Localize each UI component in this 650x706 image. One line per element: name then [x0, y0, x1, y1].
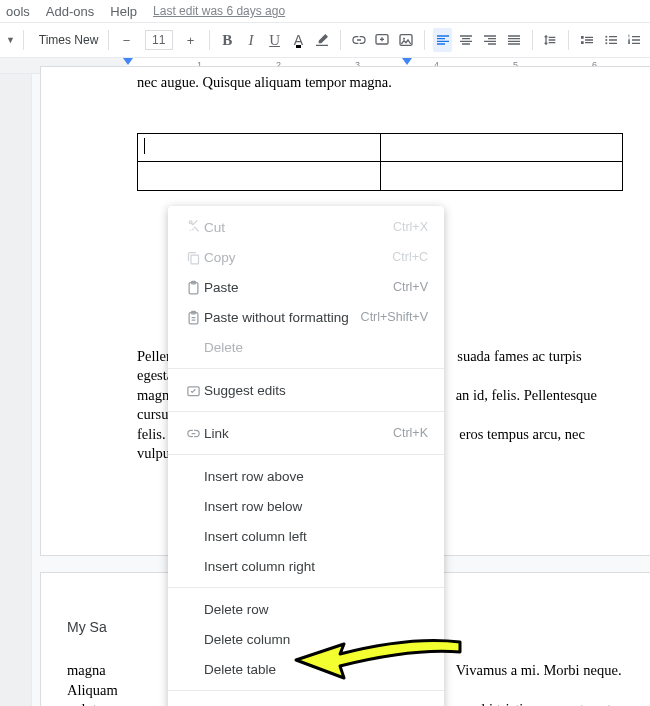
menu-item-paste[interactable]: Paste Ctrl+V [168, 272, 444, 302]
underline-button[interactable]: U [265, 28, 285, 52]
link-icon [182, 426, 204, 441]
menu-label: Delete [204, 340, 428, 355]
menu-separator [168, 690, 444, 691]
text-color-button[interactable]: A [288, 28, 308, 52]
separator [340, 30, 341, 50]
separator [108, 30, 109, 50]
menu-label: Paste [204, 280, 393, 295]
menu-shortcut: Ctrl+Shift+V [361, 310, 428, 324]
svg-point-5 [605, 36, 607, 38]
table-cell[interactable] [381, 162, 623, 190]
first-line-indent-marker[interactable] [123, 58, 133, 65]
menu-bar: ools Add-ons Help Last edit was 6 days a… [0, 0, 650, 22]
font-size-increase[interactable]: + [181, 28, 201, 52]
menu-item-delete-column[interactable]: Delete column [168, 624, 444, 654]
styles-dropdown[interactable]: ▼ [6, 35, 15, 45]
last-edit-status[interactable]: Last edit was 6 days ago [153, 4, 285, 18]
menu-item-copy[interactable]: Copy Ctrl+C [168, 242, 444, 272]
menu-item-delete[interactable]: Delete [168, 332, 444, 362]
table-cell[interactable] [138, 162, 381, 190]
menu-label: Link [204, 426, 393, 441]
separator [532, 30, 533, 50]
menu-addons[interactable]: Add-ons [46, 4, 94, 19]
menu-separator [168, 454, 444, 455]
menu-item-insert-column-left[interactable]: Insert column left [168, 521, 444, 551]
insert-image-button[interactable] [396, 28, 416, 52]
separator [209, 30, 210, 50]
menu-item-insert-row-above[interactable]: Insert row above [168, 461, 444, 491]
document-canvas[interactable]: nec augue. Quisque aliquam tempor magna.… [0, 74, 650, 706]
menu-label: Paste without formatting [204, 310, 361, 325]
bold-button[interactable]: B [217, 28, 237, 52]
table-cell[interactable] [138, 134, 381, 161]
menu-separator [168, 368, 444, 369]
suggest-icon [182, 383, 204, 398]
menu-shortcut: Ctrl+K [393, 426, 428, 440]
svg-point-4 [403, 38, 405, 40]
menu-item-suggest-edits[interactable]: Suggest edits [168, 375, 444, 405]
menu-shortcut: Ctrl+C [392, 250, 428, 264]
font-size-decrease[interactable]: − [117, 28, 137, 52]
table-cell[interactable] [381, 134, 623, 161]
menu-help[interactable]: Help [110, 4, 137, 19]
separator [23, 30, 24, 50]
menu-item-distribute-rows[interactable]: Distribute rows [168, 697, 444, 706]
separator [424, 30, 425, 50]
menu-label: Delete column [204, 632, 428, 647]
table[interactable] [137, 133, 623, 191]
paragraph[interactable]: nec augue. Quisque aliquam tempor magna. [41, 67, 650, 93]
insert-comment-button[interactable] [372, 28, 392, 52]
bulleted-list-button[interactable] [601, 28, 621, 52]
numbered-list-button[interactable] [624, 28, 644, 52]
menu-label: Insert row above [204, 469, 428, 484]
cut-icon [182, 219, 204, 235]
separator [568, 30, 569, 50]
table-row[interactable] [138, 162, 622, 190]
table-row[interactable] [138, 134, 622, 162]
font-family-dropdown[interactable]: Times New… ▼ [32, 28, 100, 52]
align-justify-button[interactable] [504, 28, 524, 52]
copy-icon [182, 250, 204, 265]
paste-icon [182, 280, 204, 295]
menu-separator [168, 587, 444, 588]
menu-item-link[interactable]: Link Ctrl+K [168, 418, 444, 448]
menu-item-delete-table[interactable]: Delete table [168, 654, 444, 684]
menu-label: Delete row [204, 602, 428, 617]
checklist-button[interactable] [577, 28, 597, 52]
align-center-button[interactable] [456, 28, 476, 52]
font-size-input[interactable]: 11 [145, 30, 173, 50]
menu-shortcut: Ctrl+X [393, 220, 428, 234]
menu-separator [168, 411, 444, 412]
svg-rect-8 [191, 255, 199, 264]
highlight-color-button[interactable] [312, 28, 332, 52]
menu-label: Cut [204, 220, 393, 235]
menu-item-cut[interactable]: Cut Ctrl+X [168, 212, 444, 242]
menu-label: Insert column left [204, 529, 428, 544]
text-cursor [144, 138, 145, 154]
svg-point-7 [605, 42, 607, 44]
line-spacing-button[interactable] [540, 28, 560, 52]
font-family-label: Times New… [39, 33, 100, 47]
vertical-ruler[interactable] [0, 74, 32, 706]
menu-item-delete-row[interactable]: Delete row [168, 594, 444, 624]
align-left-button[interactable] [433, 28, 453, 52]
svg-point-6 [605, 39, 607, 41]
menu-label: Insert column right [204, 559, 428, 574]
menu-shortcut: Ctrl+V [393, 280, 428, 294]
menu-label: Insert row below [204, 499, 428, 514]
menu-tools[interactable]: ools [6, 4, 30, 19]
paste-plain-icon [182, 310, 204, 325]
menu-item-paste-without-formatting[interactable]: Paste without formatting Ctrl+Shift+V [168, 302, 444, 332]
menu-label: Delete table [204, 662, 428, 677]
menu-item-insert-row-below[interactable]: Insert row below [168, 491, 444, 521]
context-menu: Cut Ctrl+X Copy Ctrl+C Paste Ctrl+V Past… [168, 206, 444, 706]
toolbar: ▼ Times New… ▼ − 11 + B I U A [0, 22, 650, 58]
insert-link-button[interactable] [349, 28, 369, 52]
menu-item-insert-column-right[interactable]: Insert column right [168, 551, 444, 581]
menu-label: Copy [204, 250, 392, 265]
align-right-button[interactable] [480, 28, 500, 52]
menu-label: Suggest edits [204, 383, 428, 398]
column-marker[interactable] [402, 58, 412, 65]
italic-button[interactable]: I [241, 28, 261, 52]
